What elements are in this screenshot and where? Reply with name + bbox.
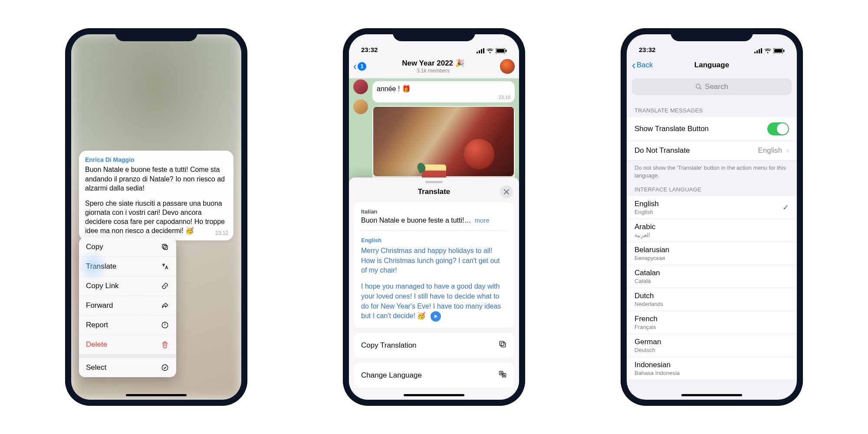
language-name: Belarusian	[635, 246, 669, 254]
section-translate: TRANSLATE MESSAGES	[627, 100, 797, 117]
language-native: Català	[635, 278, 660, 284]
back-button[interactable]: ‹ 1	[353, 60, 366, 72]
section-footer: Do not show the 'Translate' button in th…	[627, 161, 797, 179]
message-1-time: 23:10	[498, 95, 510, 100]
notch	[671, 28, 753, 41]
status-time: 23:32	[361, 46, 378, 53]
chat-subtitle: 3.1k members	[366, 68, 500, 74]
close-icon	[503, 189, 510, 195]
sticker	[422, 164, 446, 179]
toggle-on[interactable]	[767, 122, 789, 135]
svg-point-3	[162, 365, 168, 371]
copy-icon	[161, 243, 169, 251]
language-row[interactable]: Arabicالعربية	[627, 219, 797, 242]
search-placeholder: Search	[705, 82, 728, 91]
notch	[393, 28, 475, 41]
language-native: Deutsch	[635, 347, 661, 353]
language-name: Dutch	[635, 292, 664, 300]
copy-translation-button[interactable]: Copy Translation	[354, 333, 514, 358]
message-text-1: Buon Natale e buone feste a tutti! Come …	[85, 165, 227, 192]
language-row[interactable]: FrenchFrançais	[627, 311, 797, 334]
svg-rect-9	[496, 49, 504, 53]
menu-translate[interactable]: Translate	[79, 257, 176, 276]
context-menu: Copy Translate Copy Link Forward Report …	[79, 237, 176, 377]
svg-rect-12	[500, 342, 504, 346]
copy-translation-label: Copy Translation	[361, 341, 417, 350]
home-indicator	[681, 394, 742, 396]
home-indicator	[126, 394, 187, 396]
back-button[interactable]: ‹Back	[632, 61, 653, 69]
menu-copy-link[interactable]: Copy Link	[79, 276, 176, 296]
row-show-translate-label: Show Translate Button	[635, 125, 709, 133]
message-1-text: année ! 🎁	[377, 85, 411, 92]
menu-forward[interactable]: Forward	[79, 296, 176, 316]
language-icon	[498, 370, 507, 381]
language-native: English	[635, 209, 659, 215]
language-row[interactable]: IndonesianBahasa Indonesia	[627, 357, 797, 380]
row-dnt-value: English	[758, 146, 783, 155]
language-row[interactable]: EnglishEnglish✓	[627, 196, 797, 219]
change-language-label: Change Language	[361, 371, 422, 380]
play-button[interactable]	[431, 311, 441, 322]
language-row[interactable]: BelarusianБеларуская	[627, 242, 797, 265]
page-title: Language	[694, 61, 729, 69]
screen: 23:32 ‹Back Language Search TRANSLATE ME…	[627, 34, 797, 400]
check-icon: ✓	[783, 203, 789, 212]
target-text-2: I hope you managed to have a good day wi…	[361, 282, 507, 322]
change-language-button[interactable]: Change Language	[354, 363, 514, 388]
sheet-header: Translate	[349, 185, 519, 202]
wifi-icon	[764, 48, 771, 53]
language-row[interactable]: CatalanCatalà	[627, 265, 797, 288]
copy-icon	[498, 340, 507, 351]
trash-icon	[161, 340, 169, 349]
phone-frame-1: Enrica Di Maggio Buon Natale e buone fes…	[65, 28, 247, 406]
close-button[interactable]	[500, 185, 513, 198]
target-lang: English	[361, 237, 507, 243]
signal-icon	[754, 48, 762, 53]
svg-rect-10	[506, 50, 507, 52]
menu-translate-label: Translate	[86, 262, 116, 271]
nav-bar: ‹Back Language	[627, 54, 797, 76]
menu-report[interactable]: Report	[79, 316, 176, 335]
language-row[interactable]: GermanDeutsch	[627, 334, 797, 357]
signal-icon	[477, 48, 484, 53]
source-text: Buon Natale e buone feste a tutti!…	[361, 217, 471, 224]
sender-name: Enrica Di Maggio	[85, 156, 227, 164]
chevron-left-icon: ‹	[353, 60, 357, 72]
target-text-1: Merry Christmas and happy holidays to al…	[361, 246, 507, 276]
screen: 23:32 ‹ 1 New Year 2022 🎉 3.1k members a…	[349, 34, 519, 400]
section-interface: INTERFACE LANGUAGE	[627, 179, 797, 196]
svg-rect-15	[754, 52, 756, 53]
menu-copy[interactable]: Copy	[79, 237, 176, 257]
chat-avatar[interactable]	[500, 59, 515, 74]
menu-select[interactable]: Select	[79, 358, 176, 377]
forward-icon	[161, 301, 169, 310]
row-show-translate[interactable]: Show Translate Button	[627, 117, 797, 141]
status-time: 23:32	[639, 46, 655, 53]
language-native: Français	[635, 324, 658, 330]
battery-icon	[496, 48, 507, 53]
message-1[interactable]: année ! 🎁 23:10	[372, 81, 515, 102]
menu-delete[interactable]: Delete	[79, 335, 176, 355]
chat-title-block[interactable]: New Year 2022 🎉 3.1k members	[366, 59, 500, 74]
divider	[360, 230, 508, 231]
svg-rect-20	[774, 49, 782, 53]
sender-avatar-1[interactable]	[353, 79, 368, 94]
sender-avatar-2[interactable]	[353, 99, 368, 114]
more-button[interactable]: more	[475, 217, 490, 224]
message-bubble[interactable]: Enrica Di Maggio Buon Natale e buone fes…	[79, 151, 233, 240]
svg-rect-1	[162, 244, 166, 248]
chat-title: New Year 2022 🎉	[366, 59, 500, 68]
language-list: EnglishEnglish✓ArabicالعربيةBelarusianБе…	[627, 196, 797, 380]
search-field[interactable]: Search	[632, 79, 792, 95]
language-name: French	[635, 315, 658, 323]
row-do-not-translate[interactable]: Do Not Translate English›	[627, 141, 797, 161]
unread-badge: 1	[358, 62, 366, 71]
wifi-icon	[487, 48, 493, 53]
menu-copy-link-label: Copy Link	[86, 282, 119, 290]
svg-rect-11	[501, 343, 506, 347]
language-row[interactable]: DutchNederlands	[627, 288, 797, 311]
sheet-grabber[interactable]	[425, 181, 443, 183]
phone-frame-3: 23:32 ‹Back Language Search TRANSLATE ME…	[621, 28, 803, 406]
language-native: Bahasa Indonesia	[635, 370, 680, 376]
